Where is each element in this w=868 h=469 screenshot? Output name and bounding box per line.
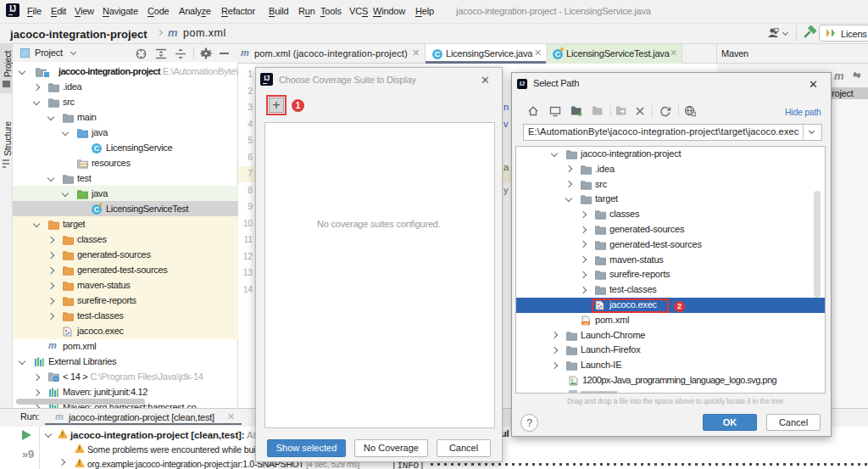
svg-text:xml: xml xyxy=(583,321,588,325)
